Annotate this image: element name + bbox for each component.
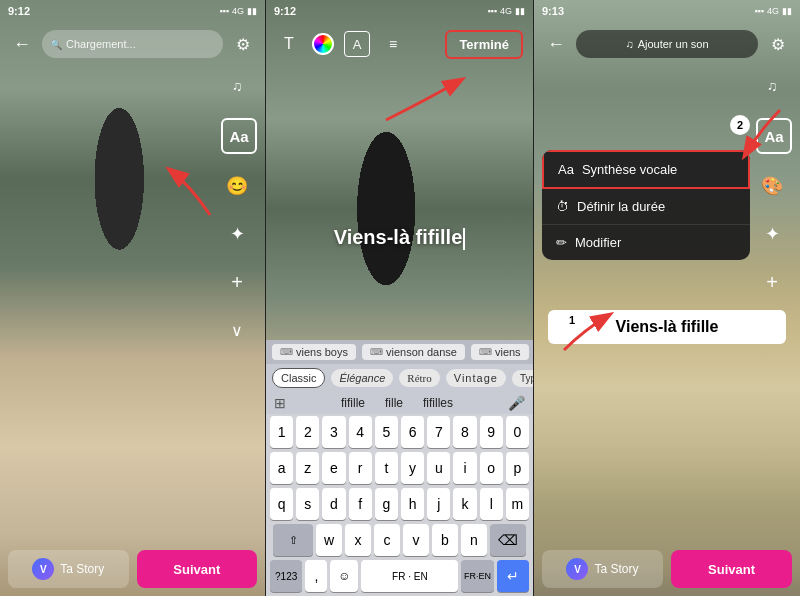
key-h[interactable]: h xyxy=(401,488,424,520)
duree-label: Définir la durée xyxy=(577,199,665,214)
key-3[interactable]: 3 xyxy=(322,416,345,448)
mic-icon[interactable]: 🎤 xyxy=(508,395,525,411)
key-u[interactable]: u xyxy=(427,452,450,484)
aa-label: Aa xyxy=(229,128,248,145)
menu-item-modifier[interactable]: ✏ Modifier xyxy=(542,225,750,260)
key-q[interactable]: q xyxy=(270,488,293,520)
grid-icon: ⊞ xyxy=(274,395,286,411)
key-j[interactable]: j xyxy=(427,488,450,520)
panel1-settings-button[interactable]: ⚙ xyxy=(229,30,257,58)
key-shift[interactable]: ⇧ xyxy=(273,524,313,556)
suggestion-1[interactable]: ⌨ viens boys xyxy=(272,344,356,360)
key-e[interactable]: e xyxy=(322,452,345,484)
panel2-text-content[interactable]: Viens-là fifille xyxy=(266,226,533,250)
search-icon: 🔍 xyxy=(50,39,62,50)
music-icon-btn[interactable]: ♫ xyxy=(221,70,253,102)
key-enter[interactable]: ↵ xyxy=(497,560,529,592)
red-arrow-2 xyxy=(366,50,486,130)
menu-item-synthese[interactable]: Aa Synthèse vocale xyxy=(542,150,750,189)
style-typewrite[interactable]: Typewrite xyxy=(512,370,533,387)
key-c[interactable]: c xyxy=(374,524,400,556)
key-x[interactable]: x xyxy=(345,524,371,556)
battery-icon-2: ▮▮ xyxy=(515,6,525,16)
autocomplete-words: fifille fille fifilles xyxy=(286,396,508,410)
key-m[interactable]: m xyxy=(506,488,529,520)
panel1-avatar: V xyxy=(32,558,54,580)
emoji-icon-btn[interactable]: 😊 xyxy=(221,170,253,202)
p3-music-icon-btn[interactable]: ♫ xyxy=(756,70,788,102)
style-vintage[interactable]: Vintage xyxy=(446,369,506,387)
auto-word-2[interactable]: fille xyxy=(385,396,403,410)
menu-item-duree[interactable]: ⏱ Définir la durée xyxy=(542,189,750,225)
key-d[interactable]: d xyxy=(322,488,345,520)
key-k[interactable]: k xyxy=(453,488,476,520)
context-menu: Aa Synthèse vocale ⏱ Définir la durée ✏ … xyxy=(542,150,750,260)
key-6[interactable]: 6 xyxy=(401,416,424,448)
key-w[interactable]: w xyxy=(316,524,342,556)
panel1-story-button[interactable]: V Ta Ta StoryStory xyxy=(8,550,129,588)
key-s[interactable]: s xyxy=(296,488,319,520)
key-y[interactable]: y xyxy=(401,452,424,484)
effects-icon-btn[interactable]: ✦ xyxy=(221,218,253,250)
panel3-bottom-bar: V Ta Story Suivant xyxy=(534,542,800,596)
add-sound-button[interactable]: ♫ Ajouter un son xyxy=(576,30,758,58)
panel2-status-icons: ▪▪▪ 4G ▮▮ xyxy=(487,6,525,16)
key-9[interactable]: 9 xyxy=(480,416,503,448)
panel1-back-button[interactable]: ← xyxy=(8,30,36,58)
key-123[interactable]: ?123 xyxy=(270,560,302,592)
panel1-next-button[interactable]: Suivant xyxy=(137,550,258,588)
panel3-next-button[interactable]: Suivant xyxy=(671,550,792,588)
key-5[interactable]: 5 xyxy=(375,416,398,448)
text-cursor xyxy=(463,228,465,250)
key-v[interactable]: v xyxy=(403,524,429,556)
key-z[interactable]: z xyxy=(296,452,319,484)
suggestion-text-3: viens xyxy=(495,346,521,358)
key-f[interactable]: f xyxy=(349,488,372,520)
key-l[interactable]: l xyxy=(480,488,503,520)
style-classic[interactable]: Classic xyxy=(272,368,325,388)
key-b[interactable]: b xyxy=(432,524,458,556)
key-4[interactable]: 4 xyxy=(349,416,372,448)
key-i[interactable]: i xyxy=(453,452,476,484)
key-g[interactable]: g xyxy=(375,488,398,520)
key-o[interactable]: o xyxy=(480,452,503,484)
aa-text-button[interactable]: Aa xyxy=(221,118,257,154)
red-arrow-1 xyxy=(130,155,220,225)
key-lang[interactable]: FR·EN xyxy=(461,560,493,592)
panel3-back-button[interactable]: ← xyxy=(542,30,570,58)
auto-word-1[interactable]: fifille xyxy=(341,396,365,410)
p3-effects-icon-btn[interactable]: ✦ xyxy=(756,218,788,250)
suggestion-2[interactable]: ⌨ vienson danse xyxy=(362,344,465,360)
key-p[interactable]: p xyxy=(506,452,529,484)
key-backspace[interactable]: ⌫ xyxy=(490,524,526,556)
suggestion-3[interactable]: ⌨ viens xyxy=(471,344,529,360)
key-comma[interactable]: , xyxy=(305,560,327,592)
key-2[interactable]: 2 xyxy=(296,416,319,448)
key-0[interactable]: 0 xyxy=(506,416,529,448)
chevron-down-icon-btn[interactable]: ∨ xyxy=(221,314,253,346)
key-t[interactable]: t xyxy=(375,452,398,484)
key-1[interactable]: 1 xyxy=(270,416,293,448)
color-picker-icon[interactable] xyxy=(312,33,334,55)
key-r[interactable]: r xyxy=(349,452,372,484)
panel3-settings-button[interactable]: ⚙ xyxy=(764,30,792,58)
key-n[interactable]: n xyxy=(461,524,487,556)
panel1-search-bar[interactable]: 🔍 Chargement... xyxy=(42,30,223,58)
suggestions-bar: ⌨ viens boys ⌨ vienson danse ⌨ viens ✕ xyxy=(266,340,533,364)
auto-word-3[interactable]: fifilles xyxy=(423,396,453,410)
add-icon-btn[interactable]: + xyxy=(221,266,253,298)
key-space[interactable]: FR · EN xyxy=(361,560,458,592)
music-note-icon: ♫ xyxy=(625,38,633,50)
style-elegance[interactable]: Élégance xyxy=(331,369,393,387)
text-format-icon[interactable]: T xyxy=(276,31,302,57)
panel-2: 9:12 ▪▪▪ 4G ▮▮ T A ≡ Terminé Viens-là fi… xyxy=(266,0,534,596)
key-emoji[interactable]: ☺ xyxy=(330,560,358,592)
panel3-story-button[interactable]: V Ta Story xyxy=(542,550,663,588)
panel2-time: 9:12 xyxy=(274,5,296,17)
key-a[interactable]: a xyxy=(270,452,293,484)
key-7[interactable]: 7 xyxy=(427,416,450,448)
panel1-next-label: Suivant xyxy=(173,562,220,577)
key-8[interactable]: 8 xyxy=(453,416,476,448)
p3-add-icon-btn[interactable]: + xyxy=(756,266,788,298)
style-retro[interactable]: Rétro xyxy=(399,369,439,387)
